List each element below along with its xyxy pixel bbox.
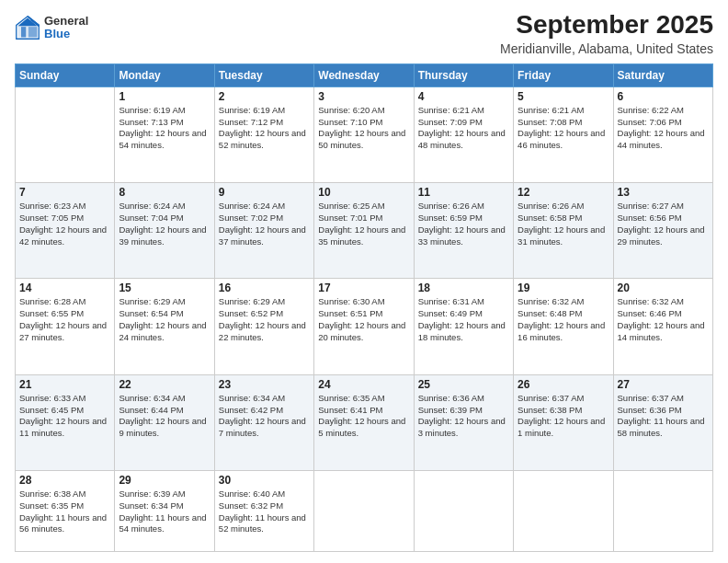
day-number: 15 bbox=[119, 282, 210, 294]
day-sun-info: Sunrise: 6:23 AMSunset: 7:05 PMDaylight:… bbox=[19, 201, 110, 247]
day-number: 30 bbox=[219, 474, 310, 487]
calendar-day-cell: 28Sunrise: 6:38 AMSunset: 6:35 PMDayligh… bbox=[16, 470, 115, 551]
logo-blue-text: Blue bbox=[44, 28, 88, 40]
day-number: 28 bbox=[19, 474, 110, 487]
title-block: September 2025 Meridianville, Alabama, U… bbox=[500, 11, 713, 56]
day-sun-info: Sunrise: 6:21 AMSunset: 7:09 PMDaylight:… bbox=[418, 105, 509, 152]
day-sun-info: Sunrise: 6:35 AMSunset: 6:41 PMDaylight:… bbox=[318, 393, 409, 440]
page: General Blue September 2025 Meridianvill… bbox=[0, 0, 728, 563]
day-sun-info: Sunrise: 6:40 AMSunset: 6:32 PMDaylight:… bbox=[219, 488, 310, 535]
day-sun-info: Sunrise: 6:37 AMSunset: 6:38 PMDaylight:… bbox=[518, 393, 609, 440]
calendar-day-cell bbox=[613, 470, 712, 551]
day-sun-info: Sunrise: 6:24 AMSunset: 7:02 PMDaylight:… bbox=[219, 201, 310, 247]
day-number: 16 bbox=[219, 282, 310, 294]
calendar-day-cell: 26Sunrise: 6:37 AMSunset: 6:38 PMDayligh… bbox=[514, 374, 613, 470]
day-sun-info: Sunrise: 6:36 AMSunset: 6:39 PMDaylight:… bbox=[418, 393, 509, 440]
day-sun-info: Sunrise: 6:22 AMSunset: 7:06 PMDaylight:… bbox=[618, 105, 709, 152]
calendar-subtitle: Meridianville, Alabama, United States bbox=[500, 41, 713, 56]
day-number: 14 bbox=[19, 282, 110, 294]
day-number: 25 bbox=[418, 378, 509, 391]
calendar-day-cell: 24Sunrise: 6:35 AMSunset: 6:41 PMDayligh… bbox=[314, 374, 414, 470]
logo-general-text: General bbox=[44, 15, 88, 28]
day-number: 21 bbox=[19, 378, 110, 391]
day-number: 23 bbox=[219, 378, 310, 391]
calendar-day-cell bbox=[414, 470, 513, 551]
weekday-header: Tuesday bbox=[214, 63, 313, 86]
day-sun-info: Sunrise: 6:38 AMSunset: 6:35 PMDaylight:… bbox=[19, 488, 110, 535]
day-sun-info: Sunrise: 6:26 AMSunset: 6:58 PMDaylight:… bbox=[518, 201, 609, 247]
day-number: 27 bbox=[618, 378, 709, 391]
calendar-day-cell: 18Sunrise: 6:31 AMSunset: 6:49 PMDayligh… bbox=[414, 279, 513, 374]
calendar-day-cell: 11Sunrise: 6:26 AMSunset: 6:59 PMDayligh… bbox=[414, 183, 513, 279]
calendar-day-cell: 2Sunrise: 6:19 AMSunset: 7:12 PMDaylight… bbox=[214, 86, 313, 182]
calendar-week-row: 14Sunrise: 6:28 AMSunset: 6:55 PMDayligh… bbox=[16, 279, 713, 374]
calendar-day-cell: 15Sunrise: 6:29 AMSunset: 6:54 PMDayligh… bbox=[115, 279, 214, 374]
day-number: 8 bbox=[119, 186, 210, 199]
day-sun-info: Sunrise: 6:31 AMSunset: 6:49 PMDaylight:… bbox=[418, 296, 509, 343]
calendar-table: SundayMondayTuesdayWednesdayThursdayFrid… bbox=[15, 63, 713, 552]
calendar-day-cell: 19Sunrise: 6:32 AMSunset: 6:48 PMDayligh… bbox=[514, 279, 613, 374]
calendar-day-cell: 22Sunrise: 6:34 AMSunset: 6:44 PMDayligh… bbox=[115, 374, 214, 470]
logo-icon bbox=[15, 15, 40, 40]
calendar-day-cell bbox=[514, 470, 613, 551]
calendar-title: September 2025 bbox=[500, 11, 713, 40]
day-sun-info: Sunrise: 6:26 AMSunset: 6:59 PMDaylight:… bbox=[418, 201, 509, 247]
weekday-header: Monday bbox=[115, 63, 214, 86]
day-number: 10 bbox=[318, 186, 409, 199]
day-number: 20 bbox=[618, 282, 709, 294]
calendar-week-row: 1Sunrise: 6:19 AMSunset: 7:13 PMDaylight… bbox=[16, 86, 713, 182]
day-sun-info: Sunrise: 6:19 AMSunset: 7:12 PMDaylight:… bbox=[219, 105, 310, 152]
day-number: 26 bbox=[518, 378, 609, 391]
calendar-day-cell: 12Sunrise: 6:26 AMSunset: 6:58 PMDayligh… bbox=[514, 183, 613, 279]
calendar-day-cell: 13Sunrise: 6:27 AMSunset: 6:56 PMDayligh… bbox=[613, 183, 712, 279]
calendar-day-cell bbox=[314, 470, 414, 551]
day-sun-info: Sunrise: 6:39 AMSunset: 6:34 PMDaylight:… bbox=[119, 488, 210, 535]
calendar-day-cell: 7Sunrise: 6:23 AMSunset: 7:05 PMDaylight… bbox=[16, 183, 115, 279]
weekday-header: Saturday bbox=[613, 63, 712, 86]
calendar-day-cell: 23Sunrise: 6:34 AMSunset: 6:42 PMDayligh… bbox=[214, 374, 313, 470]
day-number: 22 bbox=[119, 378, 210, 391]
calendar-day-cell: 16Sunrise: 6:29 AMSunset: 6:52 PMDayligh… bbox=[214, 279, 313, 374]
day-sun-info: Sunrise: 6:24 AMSunset: 7:04 PMDaylight:… bbox=[119, 201, 210, 247]
logo-text: General Blue bbox=[44, 15, 88, 41]
day-sun-info: Sunrise: 6:34 AMSunset: 6:44 PMDaylight:… bbox=[119, 393, 210, 440]
day-number: 12 bbox=[518, 186, 609, 199]
day-sun-info: Sunrise: 6:29 AMSunset: 6:52 PMDaylight:… bbox=[219, 296, 310, 343]
calendar-day-cell: 17Sunrise: 6:30 AMSunset: 6:51 PMDayligh… bbox=[314, 279, 414, 374]
calendar-day-cell: 25Sunrise: 6:36 AMSunset: 6:39 PMDayligh… bbox=[414, 374, 513, 470]
calendar-day-cell: 3Sunrise: 6:20 AMSunset: 7:10 PMDaylight… bbox=[314, 86, 414, 182]
calendar-day-cell: 8Sunrise: 6:24 AMSunset: 7:04 PMDaylight… bbox=[115, 183, 214, 279]
day-sun-info: Sunrise: 6:21 AMSunset: 7:08 PMDaylight:… bbox=[518, 105, 609, 152]
calendar-day-cell: 29Sunrise: 6:39 AMSunset: 6:34 PMDayligh… bbox=[115, 470, 214, 551]
calendar-day-cell: 6Sunrise: 6:22 AMSunset: 7:06 PMDaylight… bbox=[613, 86, 712, 182]
day-sun-info: Sunrise: 6:27 AMSunset: 6:56 PMDaylight:… bbox=[618, 201, 709, 247]
calendar-day-cell: 4Sunrise: 6:21 AMSunset: 7:09 PMDaylight… bbox=[414, 86, 513, 182]
header: General Blue September 2025 Meridianvill… bbox=[15, 11, 713, 56]
day-sun-info: Sunrise: 6:30 AMSunset: 6:51 PMDaylight:… bbox=[318, 296, 409, 343]
day-sun-info: Sunrise: 6:29 AMSunset: 6:54 PMDaylight:… bbox=[119, 296, 210, 343]
day-number: 6 bbox=[618, 90, 709, 103]
calendar-day-cell: 21Sunrise: 6:33 AMSunset: 6:45 PMDayligh… bbox=[16, 374, 115, 470]
day-sun-info: Sunrise: 6:32 AMSunset: 6:48 PMDaylight:… bbox=[518, 296, 609, 343]
calendar-day-cell: 27Sunrise: 6:37 AMSunset: 6:36 PMDayligh… bbox=[613, 374, 712, 470]
calendar-day-cell: 5Sunrise: 6:21 AMSunset: 7:08 PMDaylight… bbox=[514, 86, 613, 182]
calendar-day-cell: 30Sunrise: 6:40 AMSunset: 6:32 PMDayligh… bbox=[214, 470, 313, 551]
day-number: 24 bbox=[318, 378, 409, 391]
calendar-week-row: 21Sunrise: 6:33 AMSunset: 6:45 PMDayligh… bbox=[16, 374, 713, 470]
day-number: 7 bbox=[19, 186, 110, 199]
day-sun-info: Sunrise: 6:33 AMSunset: 6:45 PMDaylight:… bbox=[19, 393, 110, 440]
calendar-day-cell bbox=[16, 86, 115, 182]
calendar-day-cell: 9Sunrise: 6:24 AMSunset: 7:02 PMDaylight… bbox=[214, 183, 313, 279]
day-number: 3 bbox=[318, 90, 409, 103]
svg-rect-4 bbox=[28, 27, 38, 37]
day-sun-info: Sunrise: 6:19 AMSunset: 7:13 PMDaylight:… bbox=[119, 105, 210, 152]
calendar-day-cell: 14Sunrise: 6:28 AMSunset: 6:55 PMDayligh… bbox=[16, 279, 115, 374]
day-sun-info: Sunrise: 6:20 AMSunset: 7:10 PMDaylight:… bbox=[318, 105, 409, 152]
svg-rect-3 bbox=[21, 27, 26, 37]
day-number: 13 bbox=[618, 186, 709, 199]
day-number: 19 bbox=[518, 282, 609, 294]
day-number: 2 bbox=[219, 90, 310, 103]
day-number: 1 bbox=[119, 90, 210, 103]
day-sun-info: Sunrise: 6:28 AMSunset: 6:55 PMDaylight:… bbox=[19, 296, 110, 343]
day-number: 18 bbox=[418, 282, 509, 294]
